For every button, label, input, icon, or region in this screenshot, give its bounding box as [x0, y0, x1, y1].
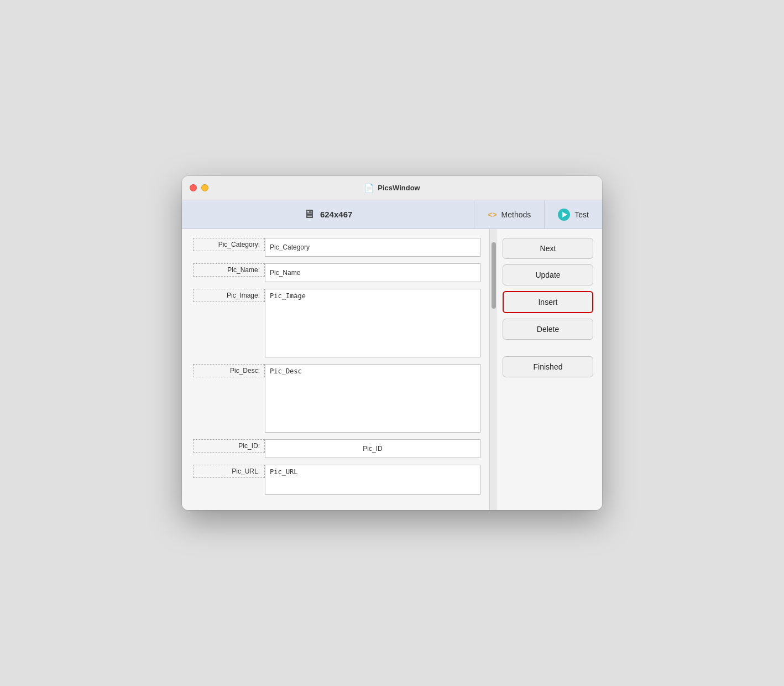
field-row-pic-url: Pic_URL: Pic_URL — [193, 465, 480, 495]
tab-methods[interactable]: <> Methods — [474, 200, 545, 228]
play-icon — [558, 209, 570, 221]
next-button[interactable]: Next — [503, 238, 593, 259]
minimize-button[interactable] — [201, 184, 208, 191]
insert-button[interactable]: Insert — [503, 291, 593, 313]
resolution-display: 🖥 624x467 — [182, 200, 474, 228]
form-area: Pic_Category: Pic_Name: Pic_Image: Pic_I… — [182, 229, 489, 510]
delete-button[interactable]: Delete — [503, 319, 593, 340]
field-row-pic-category: Pic_Category: — [193, 238, 480, 257]
monitor-icon: 🖥 — [304, 208, 315, 221]
input-pic-id[interactable] — [265, 439, 480, 458]
main-content: Pic_Category: Pic_Name: Pic_Image: Pic_I… — [182, 229, 602, 510]
title-bar: 📄 PicsWindow — [182, 176, 602, 200]
button-spacer — [503, 345, 593, 351]
buttons-panel: Next Update Insert Delete Finished — [497, 229, 602, 510]
title-doc-icon: 📄 — [364, 183, 374, 193]
field-row-pic-name: Pic_Name: — [193, 263, 480, 282]
code-icon: <> — [488, 210, 496, 219]
input-pic-name[interactable] — [265, 263, 480, 282]
field-row-pic-id: Pic_ID: — [193, 439, 480, 458]
label-pic-category: Pic_Category: — [193, 238, 265, 251]
input-pic-url[interactable]: Pic_URL — [265, 465, 480, 495]
header-tabs: <> Methods Test — [474, 200, 602, 228]
play-triangle — [562, 212, 567, 217]
traffic-lights — [190, 184, 208, 191]
main-window: 📄 PicsWindow 🖥 624x467 <> Methods Test — [182, 176, 602, 510]
tab-test[interactable]: Test — [545, 200, 602, 228]
window-title: 📄 PicsWindow — [364, 183, 420, 193]
label-pic-name: Pic_Name: — [193, 263, 265, 277]
label-pic-desc: Pic_Desc: — [193, 364, 265, 377]
input-pic-category[interactable] — [265, 238, 480, 257]
field-row-pic-desc: Pic_Desc: Pic_Desc — [193, 364, 480, 433]
scrollbar-thumb[interactable] — [492, 242, 496, 309]
field-row-pic-image: Pic_Image: Pic_Image — [193, 289, 480, 357]
scrollbar[interactable] — [489, 229, 497, 510]
input-pic-image[interactable]: Pic_Image — [265, 289, 480, 357]
header-bar: 🖥 624x467 <> Methods Test — [182, 200, 602, 229]
finished-button[interactable]: Finished — [503, 356, 593, 377]
label-pic-url: Pic_URL: — [193, 465, 265, 478]
label-pic-image: Pic_Image: — [193, 289, 265, 302]
label-pic-id: Pic_ID: — [193, 439, 265, 453]
input-pic-desc[interactable]: Pic_Desc — [265, 364, 480, 433]
close-button[interactable] — [190, 184, 197, 191]
update-button[interactable]: Update — [503, 264, 593, 285]
